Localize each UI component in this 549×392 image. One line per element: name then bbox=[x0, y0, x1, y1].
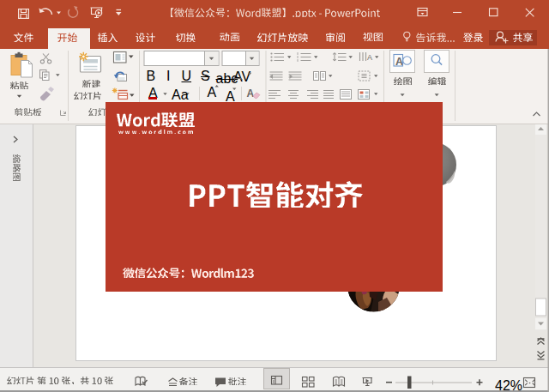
svg-text:A: A bbox=[367, 53, 372, 62]
svg-text:A: A bbox=[247, 87, 255, 100]
